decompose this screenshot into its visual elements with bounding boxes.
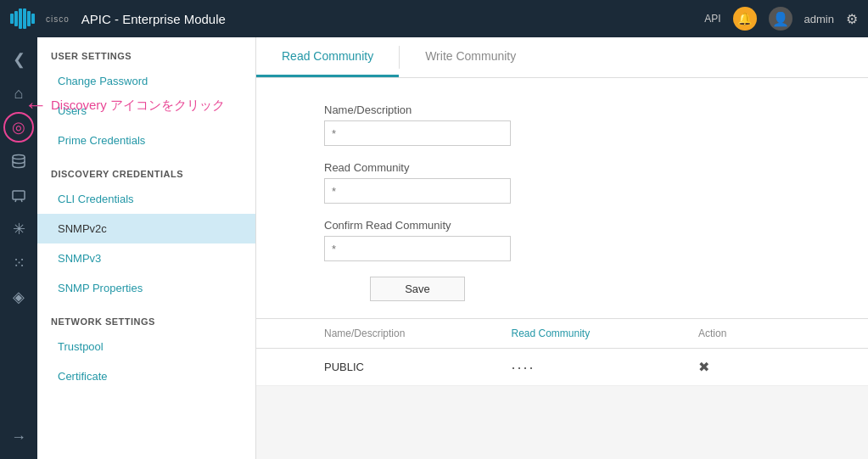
app-title: APIC - Enterprise Module <box>81 12 704 26</box>
main-layout: ❮ ⌂ ◎ ✳ ⁙ ◈ → USER SETTINGS Change Passw… <box>0 37 868 459</box>
read-community-label: Read Community <box>324 161 826 174</box>
col-header-action: Action <box>698 327 800 339</box>
row-community-cell: ···· <box>512 360 699 375</box>
confirm-read-community-input[interactable] <box>324 236 511 261</box>
cisco-wordmark: cisco <box>46 14 70 24</box>
sidebar-item-users[interactable]: Users <box>37 96 255 126</box>
row-name-cell: PUBLIC <box>324 361 512 373</box>
tab-read-community[interactable]: Read Community <box>256 37 399 77</box>
admin-label: admin <box>804 13 834 25</box>
nav-back-icon[interactable]: ❮ <box>3 44 34 75</box>
api-label[interactable]: API <box>704 13 720 25</box>
nav-right: API 🔔 👤 admin ⚙ <box>704 7 858 31</box>
network-settings-header: NETWORK SETTINGS <box>37 303 255 332</box>
tab-write-community[interactable]: Write Community <box>400 37 541 77</box>
sidebar-item-cli-credentials[interactable]: CLI Credentials <box>37 184 255 214</box>
confirm-read-community-group: Confirm Read Community <box>324 219 826 261</box>
tab-bar: Read Community Write Community <box>256 37 868 78</box>
svg-rect-4 <box>27 11 31 26</box>
nav-discovery-icon[interactable]: ◎ <box>3 112 34 143</box>
discovery-credentials-header: DISCOVERY CREDENTIALS <box>37 155 255 184</box>
table-area: Name/Description Read Community Action P… <box>256 318 868 386</box>
user-settings-header: USER SETTINGS <box>37 37 255 66</box>
nav-home-icon[interactable]: ⌂ <box>3 78 34 109</box>
read-community-input[interactable] <box>324 178 511 204</box>
sidebar-item-snmp-properties[interactable]: SNMP Properties <box>37 273 255 303</box>
sidebar-item-certificate[interactable]: Certificate <box>37 361 255 391</box>
save-button-wrap: Save <box>324 277 511 301</box>
svg-rect-2 <box>19 8 22 29</box>
notification-bell[interactable]: 🔔 <box>733 7 757 31</box>
confirm-read-community-label: Confirm Read Community <box>324 219 826 232</box>
svg-rect-1 <box>14 11 18 26</box>
icon-bar: ❮ ⌂ ◎ ✳ ⁙ ◈ → <box>0 37 37 459</box>
sidebar-item-trustpool[interactable]: Trustpool <box>37 332 255 361</box>
top-nav: cisco APIC - Enterprise Module API 🔔 👤 a… <box>0 0 868 37</box>
table-row: PUBLIC ···· ✖ <box>256 349 868 386</box>
name-description-input[interactable] <box>324 120 511 146</box>
name-description-label: Name/Description <box>324 104 826 116</box>
nav-db-icon[interactable] <box>3 146 34 176</box>
sidebar-item-snmpv3[interactable]: SNMPv3 <box>37 243 255 273</box>
nav-device-icon[interactable] <box>3 180 34 210</box>
nav-star-icon[interactable]: ✳ <box>3 214 34 244</box>
row-delete-icon[interactable]: ✖ <box>698 359 800 375</box>
sidebar-item-change-password[interactable]: Change Password <box>37 66 255 96</box>
settings-gear-icon[interactable]: ⚙ <box>846 11 858 27</box>
col-header-community: Read Community <box>512 327 699 339</box>
svg-rect-5 <box>31 14 35 24</box>
sidebar-item-prime-credentials[interactable]: Prime Credentials <box>37 126 255 155</box>
name-description-group: Name/Description <box>324 104 826 146</box>
nav-arrow-icon[interactable]: → <box>3 422 34 452</box>
sidebar: USER SETTINGS Change Password Users Prim… <box>37 37 256 459</box>
svg-rect-0 <box>10 14 14 24</box>
svg-rect-3 <box>23 8 26 29</box>
read-community-group: Read Community <box>324 161 826 204</box>
col-header-name: Name/Description <box>324 327 512 339</box>
cisco-logo: cisco <box>10 8 70 29</box>
table-header-row: Name/Description Read Community Action <box>256 318 868 349</box>
form-area: Name/Description Read Community Confirm … <box>256 78 868 318</box>
nav-map-icon[interactable]: ◈ <box>3 282 34 312</box>
sidebar-item-snmpv2c[interactable]: SNMPv2c <box>37 214 255 243</box>
svg-point-6 <box>13 155 25 160</box>
user-avatar: 👤 <box>769 7 792 31</box>
svg-rect-7 <box>13 191 25 199</box>
nav-tree-icon[interactable]: ⁙ <box>3 248 34 278</box>
save-button[interactable]: Save <box>370 277 465 301</box>
content-area: Read Community Write Community Name/Desc… <box>256 37 868 459</box>
svg-line-8 <box>15 199 16 202</box>
svg-line-9 <box>21 199 22 202</box>
